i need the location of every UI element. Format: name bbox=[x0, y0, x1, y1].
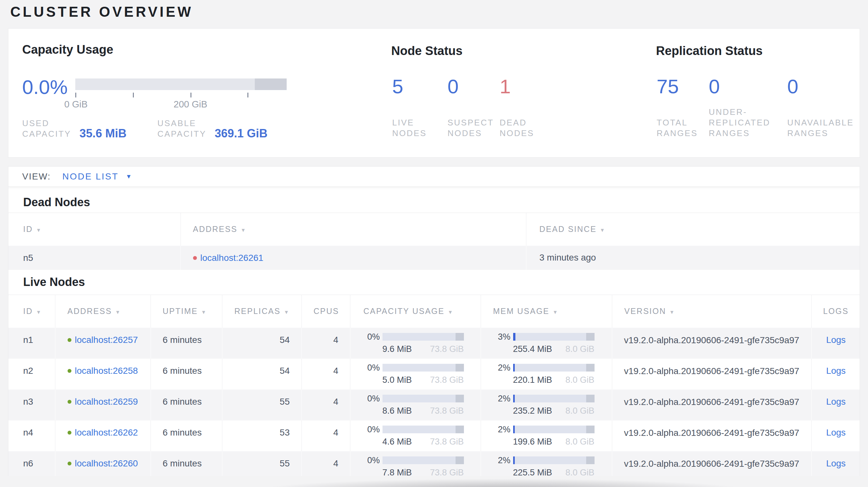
logs-cell: Logs bbox=[811, 328, 860, 359]
capacity-usage-bar bbox=[382, 456, 464, 464]
node-address-link[interactable]: localhost:26257 bbox=[75, 335, 138, 345]
live-node-dot-icon bbox=[68, 431, 71, 434]
nodes-card: VIEW: NODE LIST ▼ Dead Nodes ID▼ ADDRESS… bbox=[8, 166, 860, 476]
table-row: n4 localhost:26262 6 minutes 53 4 0% 4.6… bbox=[8, 420, 860, 451]
table-row: n1 localhost:26257 6 minutes 54 4 0% 9.6… bbox=[8, 328, 860, 359]
mem-usage-bar bbox=[513, 426, 594, 433]
node-address-link[interactable]: localhost:26262 bbox=[75, 427, 138, 437]
view-label: VIEW: bbox=[22, 171, 51, 182]
node-id-cell: n1 bbox=[8, 328, 55, 359]
replicas-cell: 55 bbox=[222, 451, 302, 476]
node-address-cell: localhost:26261 bbox=[181, 246, 526, 270]
dead-col-header-dead-since[interactable]: DEAD SINCE▼ bbox=[526, 213, 860, 246]
logs-cell: Logs bbox=[811, 451, 860, 476]
dropdown-arrow-icon[interactable]: ▼ bbox=[126, 173, 132, 180]
used-capacity-stat: USED CAPACITY 35.6 MiB bbox=[22, 118, 126, 139]
uptime-cell: 6 minutes bbox=[151, 390, 222, 420]
table-row: n2 localhost:26258 6 minutes 54 4 0% 5.0… bbox=[8, 359, 860, 390]
live-nodes-table: ID▼ ADDRESS▼ UPTIME▼ REPLICAS▼ CPUS CAPA… bbox=[8, 295, 860, 476]
replicas-cell: 54 bbox=[222, 359, 302, 390]
replicas-cell: 53 bbox=[222, 420, 302, 451]
sort-arrow-icon: ▼ bbox=[36, 310, 41, 315]
usable-capacity-value: 369.1 GiB bbox=[215, 127, 267, 140]
col-header-capacity-usage[interactable]: CAPACITY USAGE▼ bbox=[350, 295, 480, 328]
logs-link[interactable]: Logs bbox=[826, 397, 846, 407]
dead-col-header-address[interactable]: ADDRESS▼ bbox=[181, 213, 526, 246]
node-address-cell: localhost:26262 bbox=[55, 420, 151, 451]
under-replicated-ranges-count: 0 bbox=[709, 75, 720, 98]
live-node-dot-icon bbox=[68, 369, 71, 373]
view-selector[interactable]: NODE LIST bbox=[62, 171, 119, 182]
col-header-version[interactable]: VERSION▼ bbox=[612, 295, 811, 328]
dead-node-dot-icon bbox=[193, 256, 197, 260]
col-header-id[interactable]: ID▼ bbox=[8, 295, 55, 328]
mem-usage-bar bbox=[513, 333, 594, 340]
node-address-link[interactable]: localhost:26258 bbox=[75, 366, 138, 376]
capacity-usage-cell: 0% 7.8 MiB73.8 GiB bbox=[350, 451, 480, 476]
sort-arrow-icon: ▼ bbox=[201, 310, 206, 315]
live-node-dot-icon bbox=[68, 400, 71, 404]
version-cell: v19.2.0-alpha.20190606-2491-gfe735c9a97 bbox=[612, 359, 811, 390]
page-title: CLUSTER OVERVIEW bbox=[10, 4, 193, 20]
capacity-usage-cell: 0% 4.6 MiB73.8 GiB bbox=[350, 420, 480, 451]
table-row: n6 localhost:26260 6 minutes 55 4 0% 7.8… bbox=[8, 451, 860, 476]
sort-arrow-icon: ▼ bbox=[600, 227, 605, 233]
cpus-cell: 4 bbox=[302, 359, 350, 390]
under-replicated-ranges-label: UNDER- REPLICATED RANGES bbox=[709, 107, 770, 139]
live-table-header-row: ID▼ ADDRESS▼ UPTIME▼ REPLICAS▼ CPUS CAPA… bbox=[8, 295, 860, 328]
dead-col-header-id[interactable]: ID▼ bbox=[8, 213, 181, 246]
node-id-cell: n3 bbox=[8, 390, 55, 420]
node-address-cell: localhost:26260 bbox=[55, 451, 151, 476]
col-header-address[interactable]: ADDRESS▼ bbox=[55, 295, 151, 328]
logs-link[interactable]: Logs bbox=[826, 427, 846, 437]
node-address-link[interactable]: localhost:26259 bbox=[75, 397, 138, 407]
replication-status-title: Replication Status bbox=[656, 44, 763, 58]
capacity-usage-cell: 0% 9.6 MiB73.8 GiB bbox=[350, 328, 480, 359]
capacity-axis-ticks bbox=[75, 93, 287, 98]
cpus-cell: 4 bbox=[302, 420, 350, 451]
capacity-usage-bar bbox=[382, 426, 464, 433]
replicas-cell: 54 bbox=[222, 328, 302, 359]
capacity-bar bbox=[75, 78, 287, 90]
logs-link[interactable]: Logs bbox=[826, 335, 846, 345]
mem-usage-cell: 2% 199.6 MiB8.0 GiB bbox=[480, 420, 612, 451]
col-header-cpus[interactable]: CPUS bbox=[302, 295, 350, 328]
axis-tick bbox=[75, 93, 76, 97]
used-capacity-label: USED CAPACITY bbox=[22, 118, 71, 139]
capacity-axis-labels: 0 GiB 200 GiB bbox=[75, 99, 287, 110]
capacity-stats: USED CAPACITY 35.6 MiB USABLE CAPACITY 3… bbox=[22, 118, 267, 139]
sort-arrow-icon: ▼ bbox=[448, 310, 453, 315]
node-id-cell: n4 bbox=[8, 420, 55, 451]
mem-usage-cell: 2% 225.5 MiB8.0 GiB bbox=[480, 451, 612, 476]
col-header-uptime[interactable]: UPTIME▼ bbox=[151, 295, 222, 328]
usable-capacity-label: USABLE CAPACITY bbox=[157, 118, 206, 139]
sort-arrow-icon: ▼ bbox=[553, 310, 558, 315]
logs-link[interactable]: Logs bbox=[826, 366, 846, 376]
total-ranges-count: 75 bbox=[657, 75, 679, 98]
total-ranges-label: TOTAL RANGES bbox=[657, 118, 698, 139]
col-header-mem-usage[interactable]: MEM USAGE▼ bbox=[480, 295, 612, 328]
suspect-nodes-count: 0 bbox=[447, 75, 459, 98]
uptime-cell: 6 minutes bbox=[151, 328, 222, 359]
capacity-usage-cell: 0% 8.6 MiB73.8 GiB bbox=[350, 390, 480, 420]
axis-label-200: 200 GiB bbox=[174, 99, 208, 110]
dead-table-header-row: ID▼ ADDRESS▼ DEAD SINCE▼ bbox=[8, 213, 860, 246]
mem-usage-cell: 3% 255.4 MiB8.0 GiB bbox=[480, 328, 612, 359]
capacity-usage-title: Capacity Usage bbox=[22, 43, 113, 57]
node-address-cell: localhost:26258 bbox=[55, 359, 151, 390]
cpus-cell: 4 bbox=[302, 328, 350, 359]
logs-cell: Logs bbox=[811, 390, 860, 420]
live-nodes-heading: Live Nodes bbox=[23, 275, 85, 289]
live-nodes-count: 5 bbox=[392, 75, 403, 98]
node-address-cell: localhost:26257 bbox=[55, 328, 151, 359]
dead-nodes-count: 1 bbox=[500, 75, 510, 98]
node-address-link[interactable]: localhost:26261 bbox=[200, 253, 264, 263]
logs-link[interactable]: Logs bbox=[826, 458, 846, 468]
live-nodes-label: LIVE NODES bbox=[392, 118, 427, 139]
node-id-cell: n2 bbox=[8, 359, 55, 390]
dead-nodes-label: DEAD NODES bbox=[500, 118, 534, 139]
node-status-title: Node Status bbox=[391, 44, 463, 58]
sort-arrow-icon: ▼ bbox=[670, 310, 675, 315]
node-address-link[interactable]: localhost:26260 bbox=[75, 458, 138, 468]
col-header-replicas[interactable]: REPLICAS▼ bbox=[222, 295, 302, 328]
